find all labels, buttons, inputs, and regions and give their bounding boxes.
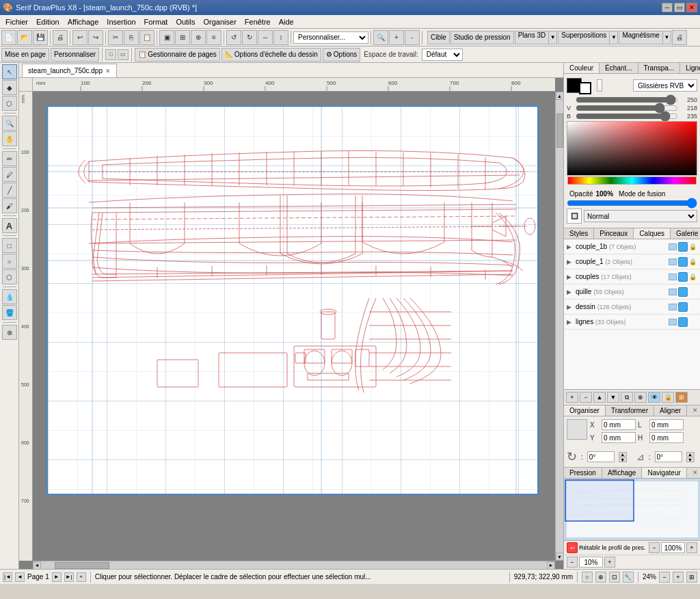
undo-button[interactable]: ↩ [72, 30, 88, 45]
slider-b[interactable] [576, 114, 678, 119]
status-zoom-out-btn[interactable]: − [659, 572, 670, 583]
personnaliser-button[interactable]: Personnaliser [51, 48, 99, 62]
horizontal-scrollbar[interactable]: ◄ ► [33, 561, 555, 569]
scroll-h-thumb[interactable] [55, 562, 109, 569]
layer-eye-lignes[interactable] [678, 317, 688, 327]
status-next-btn[interactable]: ► [52, 572, 62, 582]
rotate-right-button[interactable]: ↻ [242, 30, 257, 45]
status-add-page-btn[interactable]: + [77, 572, 86, 582]
save-button[interactable]: 💾 [33, 30, 48, 45]
fusion-select[interactable]: Normal [584, 210, 697, 222]
opacity-slider[interactable] [567, 200, 697, 206]
tool-text[interactable]: A [2, 218, 17, 233]
magnetisme-arrow[interactable]: ▼ [663, 31, 671, 44]
flip-h-button[interactable]: ↔ [258, 30, 273, 45]
document-tab[interactable]: steam_launch_750c.dpp ✕ [22, 64, 117, 77]
hue-slider[interactable] [567, 176, 697, 185]
mise-en-page-button[interactable]: Mise en page [1, 48, 49, 62]
tab-affichage[interactable]: Affichage [602, 468, 643, 478]
layer-eye-quille[interactable] [678, 287, 688, 297]
menu-organiser[interactable]: Organiser [200, 17, 241, 27]
menu-aide[interactable]: Aide [275, 17, 298, 27]
tool-pencil[interactable]: ✏ [2, 151, 17, 166]
tab-transformer[interactable]: Transformer [606, 405, 654, 416]
color-gradient-picker[interactable] [567, 121, 697, 176]
tab-organiser[interactable]: Organiser [564, 405, 606, 416]
layer-eye-couple1b[interactable] [678, 242, 688, 252]
nav-step-out-btn[interactable]: − [567, 557, 578, 568]
minimize-button[interactable]: ─ [662, 3, 673, 12]
superpositions-arrow[interactable]: ▼ [610, 31, 618, 44]
slider-r[interactable] [576, 97, 678, 103]
shear-steppers[interactable]: ▲ ▼ [686, 452, 695, 462]
plans3d-button[interactable]: Plans 3D [515, 31, 550, 44]
tool-paintbrush[interactable]: 🖌 [2, 198, 17, 213]
org-rotate-input[interactable] [587, 451, 615, 462]
layer-expand-btn[interactable]: ⊞ [675, 392, 688, 403]
nav-panel-close[interactable]: ✕ [690, 468, 700, 477]
layer-item-couples[interactable]: ▶ couples (17 Objets) 🔒 [564, 269, 700, 284]
nav-zoom-out-btn[interactable]: − [649, 542, 660, 553]
tool-lasso[interactable]: ⬡ [2, 96, 17, 111]
nav-step-in-btn[interactable]: + [604, 557, 615, 568]
status-fit-btn[interactable]: ⊞ [686, 572, 697, 583]
layer-move-up-btn[interactable]: ▲ [593, 392, 606, 403]
canvas-scroll[interactable] [33, 92, 555, 561]
menu-fichier[interactable]: Fichier [1, 17, 32, 27]
tool-connect[interactable]: ⊕ [2, 325, 17, 340]
tab-pinceaux[interactable]: Pinceaux [594, 228, 634, 239]
magnetisme-dropdown[interactable]: Magnétisme ▼ [619, 31, 671, 44]
copy-button[interactable]: ⎘ [124, 30, 139, 45]
status-snap2-btn[interactable]: ⊡ [609, 572, 620, 583]
print-button[interactable]: 🖨 [53, 30, 68, 45]
page-landscape-btn[interactable]: ▭ [118, 49, 129, 60]
status-last-btn[interactable]: ►| [64, 572, 74, 582]
rotate-up-btn[interactable]: ▲ [619, 452, 627, 457]
layer-move-down-btn[interactable]: ▼ [607, 392, 619, 403]
print2-button[interactable]: 🖨 [672, 30, 687, 45]
layer-eye-couple1[interactable] [678, 257, 688, 267]
layer-item-quille[interactable]: ▶ quille (55 Objets) [564, 284, 700, 300]
layer-eye-couples[interactable] [678, 272, 688, 282]
espace-travail-dropdown[interactable]: Défaut [422, 49, 463, 61]
rotate-left-button[interactable]: ↺ [226, 30, 241, 45]
status-snap3-btn[interactable]: 🔧 [623, 572, 634, 583]
status-zoom-in-btn[interactable]: + [673, 572, 684, 583]
magnetisme-button[interactable]: Magnétisme [619, 31, 662, 44]
layer-item-couple1b[interactable]: ▶ couple_1b (7 Objets) 🔒 [564, 239, 700, 254]
zoom-in-button[interactable]: + [389, 30, 404, 45]
no-color-btn[interactable] [597, 79, 602, 92]
color-tab-couleur[interactable]: Couleur [564, 63, 600, 73]
org-h-input[interactable] [649, 432, 684, 443]
color-tab-ligne[interactable]: Ligne [680, 63, 700, 73]
tool-fill[interactable]: 🪣 [2, 305, 17, 320]
restore-button[interactable]: ▭ [674, 3, 685, 12]
status-first-btn[interactable]: |◄ [3, 572, 12, 582]
paste-button[interactable]: 📋 [139, 30, 154, 45]
nav-zoom-in-btn[interactable]: + [686, 542, 697, 553]
scroll-right-button[interactable]: ► [547, 561, 555, 570]
menu-affichage[interactable]: Affichage [64, 17, 103, 27]
flip-v-button[interactable]: ↕ [273, 30, 288, 45]
options-echelle-button[interactable]: 📐 Options d'échelle du dessin [221, 48, 321, 62]
org-y-input[interactable] [602, 432, 636, 443]
group-button[interactable]: ▣ [159, 30, 174, 45]
org-x-input[interactable] [602, 419, 636, 430]
tool-eyedrop[interactable]: 💧 [2, 289, 17, 304]
color-tab-echant[interactable]: Échant... [600, 63, 638, 73]
org-panel-close[interactable]: ✕ [690, 405, 700, 415]
cible-button[interactable]: Cible [427, 31, 450, 44]
gestionnaire-pages-button[interactable]: 📋 Gestionnaire de pages [135, 48, 220, 62]
page-format-btn[interactable]: □ [105, 49, 116, 60]
status-snap-btn[interactable]: ⊕ [595, 572, 606, 583]
tab-close-icon[interactable]: ✕ [105, 68, 111, 75]
shear-up-btn[interactable]: ▲ [686, 452, 695, 457]
scroll-v-thumb[interactable] [556, 114, 563, 148]
layer-merge-btn[interactable]: ⊕ [634, 392, 647, 403]
status-indicator[interactable]: ○ [582, 572, 593, 583]
arrange-button[interactable]: ⊕ [191, 30, 206, 45]
color-tab-transpa[interactable]: Transpa... [638, 63, 681, 73]
tab-pression[interactable]: Pression [564, 468, 602, 478]
plans3d-dropdown[interactable]: Plans 3D ▼ [515, 31, 558, 44]
open-button[interactable]: 📂 [17, 30, 32, 45]
